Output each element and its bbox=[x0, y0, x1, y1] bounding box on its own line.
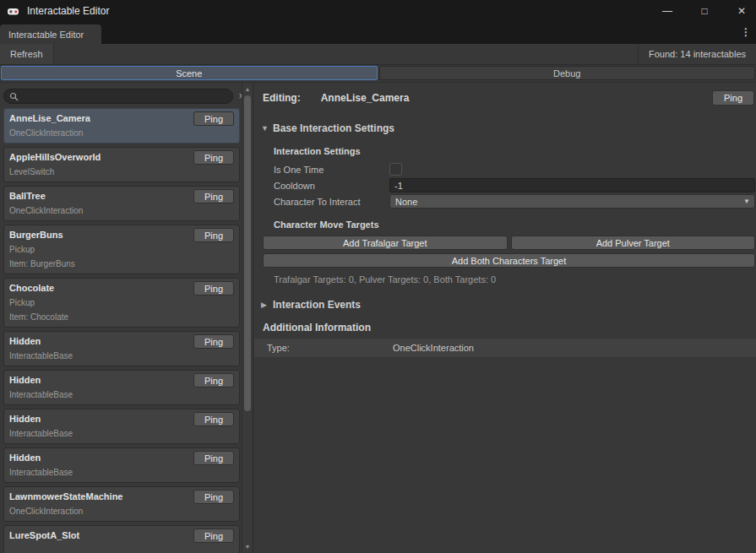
inspector-panel: Editing: AnneLise_Camera Ping ▼ Base Int… bbox=[254, 83, 756, 553]
item-type: InteractableBase bbox=[9, 465, 234, 480]
window-controls: — □ ✕ bbox=[643, 0, 754, 22]
window-title: Interactable Editor bbox=[27, 5, 109, 17]
is-one-time-label: Is One Time bbox=[274, 165, 389, 175]
list-item[interactable]: BurgerBuns Pickup Item: BurgerBuns Ping bbox=[3, 225, 240, 274]
add-pulver-target-button[interactable]: Add Pulver Target bbox=[511, 236, 756, 250]
ping-button[interactable]: Ping bbox=[193, 529, 234, 543]
item-type: OneClickInteraction bbox=[9, 126, 234, 140]
search-icon bbox=[9, 92, 19, 101]
ping-button[interactable]: Ping bbox=[193, 281, 234, 295]
ping-selected-button[interactable]: Ping bbox=[712, 90, 754, 106]
add-target-button-row: Add Trafalgar Target Add Pulver Target bbox=[263, 236, 755, 250]
cooldown-field[interactable] bbox=[389, 178, 755, 192]
list-item[interactable]: Hidden InteractableBase Ping bbox=[3, 370, 240, 405]
scene-list-panel: × AnneLise_Camera OneClickInteraction Pi… bbox=[0, 83, 253, 553]
item-type: OneClickInteraction bbox=[9, 203, 234, 218]
item-type: Pickup bbox=[9, 295, 234, 310]
search-field[interactable] bbox=[3, 89, 233, 104]
scrollbar-thumb[interactable] bbox=[244, 95, 251, 411]
document-tab-bar: Interactable Editor ⋮ bbox=[0, 22, 756, 44]
move-targets-header: Character Move Targets bbox=[263, 220, 755, 230]
foldout-collapsed-icon: ▶ bbox=[261, 301, 273, 309]
list-item[interactable]: Hidden InteractableBase Ping bbox=[3, 409, 240, 444]
ping-button[interactable]: Ping bbox=[193, 189, 234, 203]
base-settings-section: Interaction Settings Is One Time Cooldow… bbox=[263, 146, 755, 285]
list-item[interactable]: Hidden InteractableBase Ping bbox=[3, 447, 240, 483]
editing-header: Editing: AnneLise_Camera Ping bbox=[263, 90, 754, 106]
window-body: × AnneLise_Camera OneClickInteraction Pi… bbox=[0, 83, 756, 553]
cooldown-row: Cooldown bbox=[263, 177, 755, 193]
tab-scene[interactable]: Scene bbox=[1, 66, 378, 80]
list-scrollbar[interactable]: ▲ ▼ bbox=[242, 83, 253, 553]
list-item[interactable]: Hidden InteractableBase Ping bbox=[3, 331, 240, 366]
ping-button[interactable]: Ping bbox=[193, 451, 234, 465]
foldout-open-icon: ▼ bbox=[261, 124, 273, 133]
interaction-events-foldout[interactable]: ▶ Interaction Events bbox=[261, 298, 756, 312]
list-item[interactable]: LureSpotA_Slot Ping bbox=[3, 525, 240, 553]
search-input[interactable] bbox=[22, 91, 227, 101]
type-label: Type: bbox=[267, 343, 393, 353]
ping-button[interactable]: Ping bbox=[193, 334, 234, 349]
item-type: LevelSwitch bbox=[9, 165, 234, 179]
add-trafalgar-target-button[interactable]: Add Trafalgar Target bbox=[263, 236, 508, 250]
scroll-down-icon[interactable]: ▼ bbox=[242, 544, 253, 550]
refresh-button[interactable]: Refresh bbox=[0, 44, 54, 64]
window-icon bbox=[7, 5, 19, 18]
list-item[interactable]: BallTree OneClickInteraction Ping bbox=[3, 186, 240, 221]
base-settings-foldout[interactable]: ▼ Base Interaction Settings bbox=[261, 122, 756, 135]
interaction-settings-header: Interaction Settings bbox=[263, 146, 755, 157]
item-detail: Item: BurgerBuns bbox=[9, 257, 234, 271]
list-item[interactable]: Chocolate Pickup Item: Chocolate Ping bbox=[3, 278, 240, 328]
item-type: Pickup bbox=[9, 242, 234, 257]
title-bar: Interactable Editor — □ ✕ bbox=[0, 0, 756, 22]
chevron-down-icon: ▼ bbox=[743, 198, 750, 205]
is-one-time-row: Is One Time bbox=[263, 161, 755, 177]
is-one-time-checkbox[interactable] bbox=[389, 163, 402, 176]
character-to-interact-dropdown[interactable]: None ▼ bbox=[389, 194, 755, 209]
character-to-interact-label: Character To Interact bbox=[274, 197, 389, 207]
interactable-list: AnneLise_Camera OneClickInteraction Ping… bbox=[3, 108, 240, 553]
editing-label: Editing: bbox=[263, 92, 301, 104]
list-item[interactable]: AnneLise_Camera OneClickInteraction Ping bbox=[3, 108, 240, 144]
ping-button[interactable]: Ping bbox=[193, 412, 234, 426]
foldout-label: Interaction Events bbox=[273, 299, 361, 311]
item-type: OneClickInteraction bbox=[9, 504, 234, 518]
character-to-interact-row: Character To Interact None ▼ bbox=[263, 193, 755, 209]
ping-button[interactable]: Ping bbox=[193, 111, 234, 126]
tab-interactable-editor[interactable]: Interactable Editor bbox=[0, 24, 101, 44]
targets-summary: Trafalgar Targets: 0, Pulver Targets: 0,… bbox=[263, 274, 755, 285]
search-row bbox=[3, 89, 233, 104]
ping-button[interactable]: Ping bbox=[193, 228, 234, 242]
cooldown-label: Cooldown bbox=[274, 181, 389, 191]
add-both-characters-target-button[interactable]: Add Both Characters Target bbox=[263, 253, 755, 268]
minimize-icon[interactable]: — bbox=[655, 0, 680, 22]
toolbar: Refresh Found: 14 interactables bbox=[0, 44, 756, 65]
view-tabs: Scene Debug bbox=[0, 65, 756, 83]
ping-button[interactable]: Ping bbox=[193, 150, 234, 165]
tab-debug[interactable]: Debug bbox=[379, 66, 756, 80]
item-type: InteractableBase bbox=[9, 388, 234, 402]
dropdown-value: None bbox=[395, 197, 417, 207]
close-icon[interactable]: ✕ bbox=[729, 0, 754, 22]
list-item[interactable]: AppleHillsOverworld LevelSwitch Ping bbox=[3, 147, 240, 182]
item-type: InteractableBase bbox=[9, 349, 234, 363]
item-type: InteractableBase bbox=[9, 426, 234, 441]
additional-info-header: Additional Information bbox=[263, 322, 756, 333]
scroll-up-icon[interactable]: ▲ bbox=[242, 86, 253, 92]
window-menu-icon[interactable]: ⋮ bbox=[739, 26, 753, 40]
type-value: OneClickInteraction bbox=[393, 343, 474, 353]
found-count-label: Found: 14 interactables bbox=[638, 44, 756, 64]
ping-button[interactable]: Ping bbox=[193, 490, 234, 504]
item-detail: Item: Chocolate bbox=[9, 310, 234, 324]
foldout-label: Base Interaction Settings bbox=[273, 122, 394, 134]
ping-button[interactable]: Ping bbox=[193, 373, 234, 388]
editing-value: AnneLise_Camera bbox=[321, 92, 410, 104]
list-item[interactable]: LawnmowerStateMachine OneClickInteractio… bbox=[3, 486, 240, 522]
maximize-icon[interactable]: □ bbox=[692, 0, 717, 22]
type-row: Type: OneClickInteraction bbox=[254, 339, 756, 357]
